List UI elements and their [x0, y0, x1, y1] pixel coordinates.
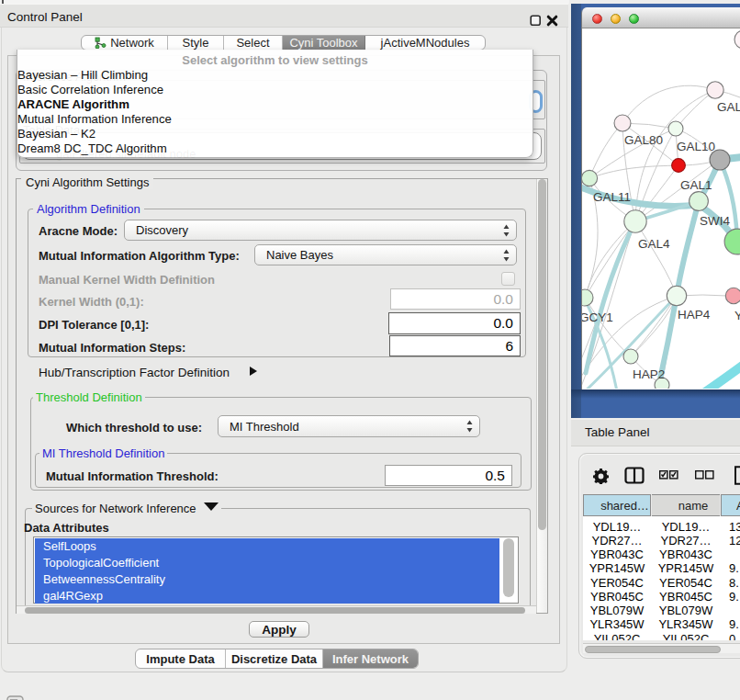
- svg-text:SWI4: SWI4: [700, 214, 730, 228]
- svg-text:HAP2: HAP2: [633, 367, 665, 381]
- svg-text:GAL1: GAL1: [680, 178, 712, 192]
- svg-text:Y: Y: [734, 309, 740, 322]
- svg-text:GAL80: GAL80: [624, 133, 663, 147]
- svg-text:GAL10: GAL10: [677, 140, 715, 153]
- svg-text:GCY1: GCY1: [582, 310, 613, 324]
- svg-text:GAL4: GAL4: [638, 237, 670, 251]
- svg-text:HAP4: HAP4: [678, 308, 711, 322]
- svg-text:GAL11: GAL11: [593, 190, 631, 204]
- svg-text:GAL: GAL: [717, 100, 740, 114]
